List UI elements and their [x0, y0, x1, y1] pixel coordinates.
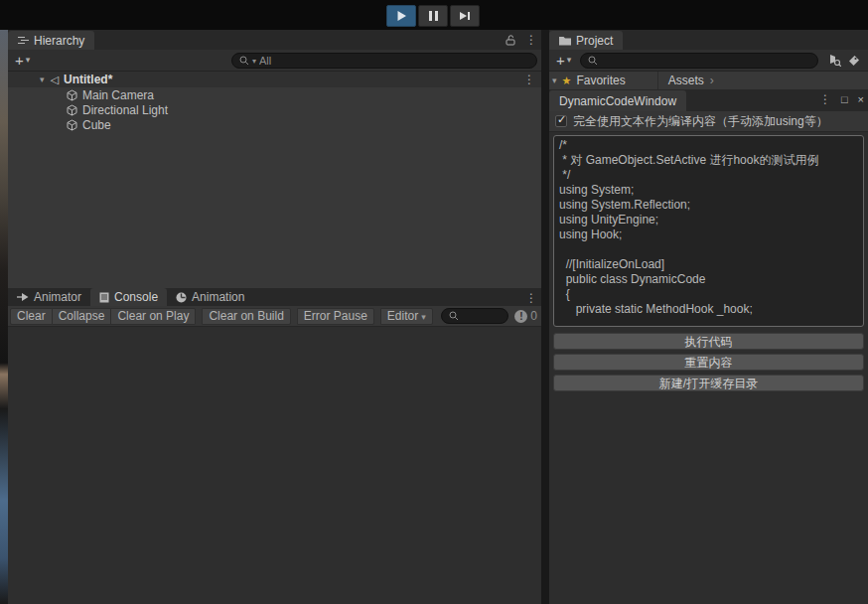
hierarchy-menu-icon[interactable]: ⋮: [525, 34, 537, 46]
open-cache-dir-button[interactable]: 新建/打开缓存目录: [553, 375, 864, 391]
scene-view-edge: [0, 30, 8, 604]
dynamic-code-window: DynamicCodeWindow ⋮ □ × ✓ 完全使用文本作为编译内容（手…: [549, 89, 868, 604]
collapse-button[interactable]: Collapse: [53, 308, 112, 325]
play-controls: [386, 5, 480, 27]
search-icon: [588, 56, 598, 66]
clear-on-play-button[interactable]: Clear on Play: [111, 308, 196, 325]
hierarchy-item-main-camera[interactable]: Main Camera: [8, 87, 541, 102]
tab-hierarchy-label: Hierarchy: [34, 34, 84, 48]
compile-option-row: ✓ 完全使用文本作为编译内容（手动添加using等）: [549, 111, 868, 132]
tab-project[interactable]: Project: [549, 31, 623, 50]
pause-button[interactable]: [418, 5, 448, 27]
divider: [657, 72, 658, 89]
project-create-button[interactable]: +▾: [553, 53, 574, 68]
project-browser-header: ▾ ★ Favorites Assets ›: [549, 72, 868, 89]
hierarchy-search-input[interactable]: [259, 55, 529, 67]
tab-dcw-label: DynamicCodeWindow: [559, 94, 676, 108]
favorites-star-icon: ★: [562, 75, 572, 87]
folder-icon: [559, 36, 571, 46]
console-toolbar: Clear Collapse Clear on Play Clear on Bu…: [8, 306, 541, 327]
main-toolbar: [0, 0, 868, 30]
error-pause-button[interactable]: Error Pause: [297, 308, 374, 325]
window-menu-icon[interactable]: ⋮: [819, 93, 831, 105]
gameobject-cube-icon: [67, 89, 77, 101]
error-icon: !: [514, 310, 527, 323]
plus-icon: +: [556, 53, 565, 68]
hierarchy-toolbar: +▾ ▾: [8, 50, 541, 72]
console-panel: Animator Console Animation ⋮ Clear C: [8, 288, 541, 604]
tab-animator[interactable]: Animator: [8, 288, 90, 306]
tab-console[interactable]: Console: [90, 288, 167, 306]
search-by-type-icon[interactable]: [824, 52, 844, 70]
tab-project-label: Project: [576, 34, 613, 48]
step-icon: [459, 10, 471, 22]
tab-animation-label: Animation: [192, 290, 244, 304]
unity-scene-icon: ◁: [51, 74, 59, 86]
error-count-badge[interactable]: ! 0: [514, 309, 537, 323]
animator-icon: [17, 292, 29, 302]
console-menu-icon[interactable]: ⋮: [525, 292, 537, 304]
tab-console-label: Console: [114, 290, 158, 304]
hierarchy-item-label: Main Camera: [82, 88, 154, 102]
hierarchy-search[interactable]: ▾: [231, 53, 537, 69]
plus-icon: +: [15, 53, 24, 68]
hierarchy-item-cube[interactable]: Cube: [8, 117, 541, 132]
play-icon: [396, 10, 407, 22]
play-button[interactable]: [386, 5, 416, 27]
disclosure-triangle-icon[interactable]: ▾: [40, 75, 45, 84]
caret-down-icon: ▾: [567, 56, 572, 65]
favorites-label[interactable]: Favorites: [576, 74, 625, 87]
search-icon: [239, 56, 249, 66]
check-icon: ✓: [557, 113, 566, 126]
hierarchy-item-directional-light[interactable]: Directional Light: [8, 102, 541, 117]
code-window-body: /* * 对 GameObject.SetActive 进行hook的测试用例 …: [549, 132, 868, 604]
tab-animator-label: Animator: [34, 290, 81, 304]
hierarchy-item-label: Directional Light: [82, 103, 168, 117]
project-toolbar: +▾: [549, 50, 868, 72]
caret-down-icon: ▾: [421, 312, 426, 322]
step-button[interactable]: [450, 5, 480, 27]
search-filter-caret-icon: ▾: [252, 57, 256, 66]
tab-dynamic-code-window[interactable]: DynamicCodeWindow: [549, 90, 686, 111]
gameobject-cube-icon: [67, 104, 77, 116]
tab-animation[interactable]: Animation: [167, 288, 253, 306]
hierarchy-tree: ▾ ◁ Untitled* ⋮ Main Camera Directional …: [8, 72, 541, 288]
scene-menu-icon[interactable]: ⋮: [523, 74, 535, 85]
close-icon[interactable]: ×: [858, 94, 864, 105]
scene-row[interactable]: ▾ ◁ Untitled* ⋮: [8, 72, 541, 87]
console-log-area[interactable]: [8, 327, 541, 604]
console-search-input[interactable]: [462, 310, 502, 322]
hierarchy-tabbar: Hierarchy ⋮: [8, 30, 541, 50]
project-tabbar: Project: [549, 30, 868, 50]
lock-icon[interactable]: [506, 35, 515, 46]
maximize-icon[interactable]: □: [841, 94, 848, 105]
unity-editor-window: Hierarchy ⋮ +▾ ▾ ▾ ◁ Unti: [0, 0, 868, 604]
project-search-input[interactable]: [601, 55, 810, 67]
checkbox-label: 完全使用文本作为编译内容（手动添加using等）: [573, 113, 828, 130]
hierarchy-item-label: Cube: [82, 118, 111, 132]
editor-dropdown[interactable]: Editor▾: [380, 308, 433, 325]
hierarchy-panel: Hierarchy ⋮ +▾ ▾ ▾ ◁ Unti: [8, 30, 541, 288]
clear-on-build-button[interactable]: Clear on Build: [202, 308, 290, 325]
scene-name: Untitled*: [64, 73, 112, 86]
hierarchy-create-button[interactable]: +▾: [12, 53, 33, 68]
hierarchy-icon: [18, 36, 29, 45]
disclosure-triangle-icon[interactable]: ▾: [552, 76, 557, 85]
animation-clock-icon: [176, 292, 187, 303]
search-by-label-icon[interactable]: [844, 52, 864, 70]
breadcrumb-assets[interactable]: Assets: [668, 74, 704, 87]
console-tabbar: Animator Console Animation ⋮: [8, 288, 541, 306]
use-text-checkbox[interactable]: ✓: [555, 115, 567, 127]
code-window-tabbar: DynamicCodeWindow ⋮ □ ×: [549, 89, 868, 111]
caret-down-icon: ▾: [26, 56, 31, 65]
clear-button[interactable]: Clear: [10, 308, 53, 325]
code-text-area[interactable]: /* * 对 GameObject.SetActive 进行hook的测试用例 …: [553, 135, 864, 327]
execute-code-button[interactable]: 执行代码: [553, 333, 864, 350]
project-search[interactable]: [580, 53, 818, 69]
error-count: 0: [530, 309, 537, 323]
console-search[interactable]: [441, 308, 509, 324]
search-icon: [449, 311, 459, 321]
tab-hierarchy[interactable]: Hierarchy: [8, 31, 94, 50]
console-icon: [99, 292, 109, 303]
reset-content-button[interactable]: 重置内容: [553, 354, 864, 371]
